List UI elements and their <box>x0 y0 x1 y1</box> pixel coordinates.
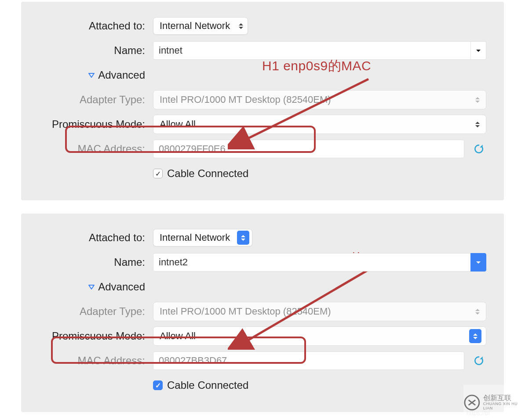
adapter-type-select[interactable]: Intel PRO/1000 MT Desktop (82540EM) <box>153 90 486 109</box>
adapter-type-label: Adapter Type: <box>39 305 153 318</box>
chevron-down-icon <box>476 261 481 264</box>
refresh-icon <box>473 143 485 155</box>
disclosure-triangle-icon[interactable] <box>88 283 95 291</box>
name-input[interactable]: intnet2 <box>153 253 486 272</box>
promiscuous-row: Promiscuous Mode: Allow All <box>39 326 486 346</box>
attached-to-row: Attached to: Internal Network <box>39 16 486 36</box>
cable-connected-label: Cable Connected <box>167 167 248 180</box>
stepper-icon <box>237 20 245 32</box>
cable-connected-label: Cable Connected <box>167 379 248 391</box>
mac-address-field[interactable]: 0800279FF0E6 <box>153 140 464 158</box>
cable-row: ✓ Cable Connected <box>39 375 486 395</box>
stepper-icon <box>471 330 479 342</box>
disclosure-triangle-icon[interactable] <box>88 71 95 79</box>
adapter-type-label: Adapter Type: <box>39 94 153 106</box>
cable-connected-checkbox[interactable]: ✓ <box>153 169 163 178</box>
watermark-cn: 创新互联 <box>483 394 525 402</box>
name-combo[interactable]: intnet <box>153 41 486 60</box>
attached-to-label: Attached to: <box>39 232 153 244</box>
attached-to-select[interactable]: Internal Network <box>153 17 248 35</box>
promiscuous-label: Promiscuous Mode: <box>39 330 153 342</box>
stepper-icon <box>474 118 481 130</box>
attached-to-label: Attached to: <box>39 20 153 32</box>
cable-connected-checkbox[interactable]: ✓ <box>153 380 163 390</box>
advanced-label: Advanced <box>98 281 145 293</box>
advanced-label: Advanced <box>98 69 145 81</box>
network-adapter-panel-2: H2 enp0s9的MAC Attached to: Internal Netw… <box>21 214 504 412</box>
advanced-row[interactable]: Advanced <box>39 277 486 297</box>
refresh-mac-button[interactable] <box>471 353 486 368</box>
attached-to-select[interactable]: Internal Network <box>153 229 252 246</box>
promiscuous-value: Allow All <box>160 119 474 130</box>
promiscuous-select[interactable]: Allow All <box>153 115 486 134</box>
name-label: Name: <box>39 256 153 268</box>
promiscuous-value: Allow All <box>160 330 469 342</box>
name-combo[interactable]: intnet2 <box>153 253 486 272</box>
mac-address-row: MAC Address: 080027BB3D67 <box>39 351 486 371</box>
promiscuous-label: Promiscuous Mode: <box>39 118 153 130</box>
attached-to-value: Internal Network <box>160 232 237 243</box>
stepper-icon <box>474 94 481 106</box>
chevron-down-icon <box>476 50 481 52</box>
adapter-type-value: Intel PRO/1000 MT Desktop (82540EM) <box>160 306 474 317</box>
mac-address-label: MAC Address: <box>39 143 153 155</box>
mac-address-label: MAC Address: <box>39 355 153 367</box>
adapter-type-select[interactable]: Intel PRO/1000 MT Desktop (82540EM) <box>153 302 486 321</box>
attached-to-row: Attached to: Internal Network <box>39 228 486 248</box>
stepper-icon <box>239 232 247 244</box>
attached-to-value: Internal Network <box>160 20 237 32</box>
cable-row: ✓ Cable Connected <box>39 163 486 184</box>
name-dropdown-button[interactable] <box>470 253 486 272</box>
name-row: Name: intnet2 <box>39 252 486 272</box>
mac-address-row: MAC Address: 0800279FF0E6 <box>39 139 486 159</box>
name-input[interactable]: intnet <box>153 41 486 60</box>
watermark-logo-icon <box>463 393 481 412</box>
watermark-en: CHUANG XIN HU LIAN <box>483 402 525 411</box>
adapter-type-row: Adapter Type: Intel PRO/1000 MT Desktop … <box>39 90 486 110</box>
promiscuous-row: Promiscuous Mode: Allow All <box>39 114 486 134</box>
network-adapter-panel-1: H1 enp0s9的MAC Attached to: Internal Netw… <box>21 2 504 200</box>
mac-address-field[interactable]: 080027BB3D67 <box>153 351 464 370</box>
stepper-icon <box>474 305 481 318</box>
refresh-mac-button[interactable] <box>471 141 486 156</box>
watermark: 创新互联 CHUANG XIN HU LIAN <box>463 385 525 420</box>
annotation-1: H1 enp0s9的MAC <box>262 57 371 75</box>
adapter-type-row: Adapter Type: Intel PRO/1000 MT Desktop … <box>39 301 486 322</box>
name-dropdown-button[interactable] <box>470 41 486 60</box>
promiscuous-select[interactable]: Allow All <box>153 326 486 346</box>
adapter-type-value: Intel PRO/1000 MT Desktop (82540EM) <box>160 94 474 105</box>
refresh-icon <box>473 355 485 366</box>
name-row: Name: intnet <box>39 40 486 61</box>
name-label: Name: <box>39 44 153 57</box>
